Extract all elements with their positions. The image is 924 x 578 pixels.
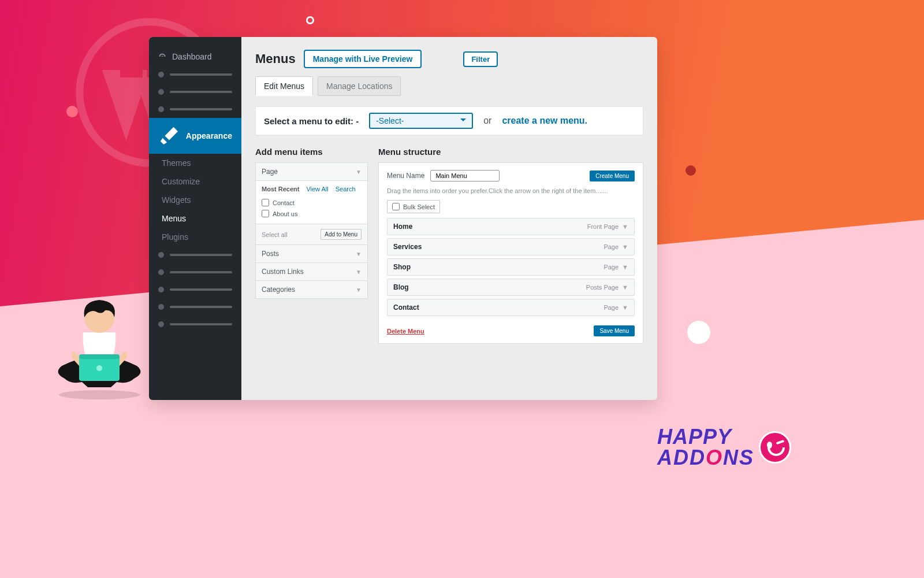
mini-tab-search[interactable]: Search <box>336 186 356 192</box>
chevron-down-icon[interactable]: ▼ <box>622 264 628 271</box>
bulk-label: Bulk Select <box>403 203 435 210</box>
sidebar-sub-plugins[interactable]: Plugins <box>149 228 241 246</box>
person-illustration <box>47 292 151 402</box>
menu-item[interactable]: ServicesPage ▼ <box>387 238 635 255</box>
filter-button[interactable]: Filter <box>463 51 498 67</box>
admin-content: Menus Manage with Live Preview Filter Ed… <box>241 37 657 400</box>
decor-dot <box>685 165 696 176</box>
sidebar-sub-widgets[interactable]: Widgets <box>149 191 241 209</box>
page-title: Menus <box>255 51 296 66</box>
acc-title: Page <box>262 168 278 176</box>
chevron-down-icon[interactable]: ▼ <box>622 243 628 250</box>
menu-item[interactable]: ContactPage ▼ <box>387 299 635 316</box>
acc-head-posts[interactable]: Posts ▼ <box>256 245 367 263</box>
dashboard-icon <box>158 53 166 61</box>
sidebar-sub-menus[interactable]: Menus <box>149 209 241 228</box>
menu-item-title: Blog <box>393 283 409 291</box>
sidebar-label: Dashboard <box>172 52 212 61</box>
acc-title: Posts <box>262 250 279 258</box>
sidebar-placeholder <box>149 264 241 281</box>
menu-select-dropdown[interactable]: -Select- <box>369 113 473 129</box>
menu-item-title: Contact <box>393 303 419 312</box>
acc-head-page[interactable]: Page ▼ <box>256 163 367 181</box>
chevron-down-icon[interactable]: ▼ <box>622 284 628 291</box>
brush-icon <box>158 125 180 147</box>
acc-footer-page: Select all Add to Menu <box>256 224 367 245</box>
acc-head-categories[interactable]: Categories ▼ <box>256 281 367 298</box>
chevron-down-icon: ▼ <box>356 269 362 275</box>
chevron-down-icon[interactable]: ▼ <box>622 223 628 230</box>
menu-item-type: Front Page ▼ <box>587 223 628 230</box>
tab-edit-menus[interactable]: Edit Menus <box>255 76 313 96</box>
checkbox-label: Contact <box>273 199 295 206</box>
live-preview-button[interactable]: Manage with Live Preview <box>304 50 422 68</box>
sidebar-placeholder <box>149 101 241 118</box>
menu-item-type: Page ▼ <box>603 243 628 250</box>
sidebar-placeholder <box>149 83 241 101</box>
add-items-heading: Add menu items <box>255 147 368 157</box>
select-label: Select a menu to edit: - <box>264 116 359 126</box>
sidebar-placeholder <box>149 281 241 298</box>
menu-item-type: Page ▼ <box>603 264 628 271</box>
sidebar-placeholder <box>149 298 241 316</box>
bulk-select-toggle[interactable]: Bulk Select <box>387 200 440 213</box>
page-item-contact[interactable]: Contact <box>262 197 362 208</box>
structure-help-text: Drag the items into order you prefer.Cli… <box>387 187 635 194</box>
svg-rect-4 <box>79 354 120 359</box>
menu-item[interactable]: BlogPosts Page ▼ <box>387 279 635 296</box>
decor-ring <box>306 16 314 24</box>
chevron-down-icon: ▼ <box>356 169 362 175</box>
menu-name-label: Menu Name <box>387 172 424 180</box>
sidebar-placeholder <box>149 246 241 264</box>
menu-select-bar: Select a menu to edit: - -Select- or cre… <box>255 106 643 135</box>
acc-head-custom-links[interactable]: Custom Links ▼ <box>256 263 367 281</box>
sidebar-item-appearance[interactable]: Appearance <box>149 118 241 154</box>
menu-item[interactable]: HomeFront Page ▼ <box>387 218 635 235</box>
menu-name-input[interactable] <box>430 170 500 181</box>
acc-title: Custom Links <box>262 268 304 276</box>
sidebar-label: Appearance <box>186 131 232 140</box>
create-menu-link[interactable]: create a new menu. <box>502 116 587 126</box>
svg-point-1 <box>59 390 140 399</box>
brand-face-icon <box>759 431 791 464</box>
save-menu-button[interactable]: Save Menu <box>594 325 635 336</box>
sidebar-placeholder <box>149 316 241 333</box>
sidebar-sub-customize[interactable]: Customize <box>149 172 241 191</box>
add-items-accordion: Page ▼ Most Recent View All Search Conta… <box>255 162 368 299</box>
menu-item-title: Home <box>393 223 412 231</box>
decor-dot <box>687 321 710 344</box>
select-all-link[interactable]: Select all <box>262 231 288 238</box>
page-item-about[interactable]: About us <box>262 208 362 219</box>
tab-manage-locations[interactable]: Manage Locations <box>318 76 401 96</box>
menu-item-type: Page ▼ <box>603 304 628 311</box>
chevron-down-icon: ▼ <box>356 251 362 257</box>
chevron-down-icon[interactable]: ▼ <box>622 304 628 311</box>
menu-item-type: Posts Page ▼ <box>586 284 628 291</box>
structure-column: Menu structure Menu Name Create Menu Dra… <box>378 147 643 344</box>
admin-sidebar: Dashboard Appearance Themes Customize Wi… <box>149 37 241 400</box>
menu-item[interactable]: ShopPage ▼ <box>387 258 635 276</box>
acc-title: Categories <box>262 286 295 294</box>
checkbox[interactable] <box>262 199 269 206</box>
checkbox[interactable] <box>262 210 269 217</box>
menu-item-title: Shop <box>393 263 411 271</box>
checkbox-label: About us <box>273 210 297 217</box>
create-menu-button[interactable]: Create Menu <box>590 171 635 181</box>
mini-tab-all[interactable]: View All <box>306 186 328 192</box>
menu-structure-panel: Menu Name Create Menu Drag the items int… <box>378 162 643 344</box>
svg-point-5 <box>96 365 102 371</box>
mini-tab-recent[interactable]: Most Recent <box>262 186 299 192</box>
or-text: or <box>483 116 491 126</box>
add-items-column: Add menu items Page ▼ Most Recent View A… <box>255 147 368 344</box>
checkbox[interactable] <box>392 203 400 210</box>
sidebar-sub-themes[interactable]: Themes <box>149 154 241 172</box>
acc-body-page: Most Recent View All Search Contact Abou… <box>256 181 367 224</box>
structure-heading: Menu structure <box>378 147 643 157</box>
delete-menu-link[interactable]: Delete Menu <box>387 328 424 335</box>
wp-admin-window: Dashboard Appearance Themes Customize Wi… <box>149 37 657 400</box>
sidebar-item-dashboard[interactable]: Dashboard <box>149 47 241 66</box>
brand-text-line2: ADDONS <box>657 447 754 468</box>
menu-item-title: Services <box>393 243 422 251</box>
happyaddons-logo: HAPPY ADDONS <box>657 427 791 468</box>
add-to-menu-button[interactable]: Add to Menu <box>321 229 362 240</box>
